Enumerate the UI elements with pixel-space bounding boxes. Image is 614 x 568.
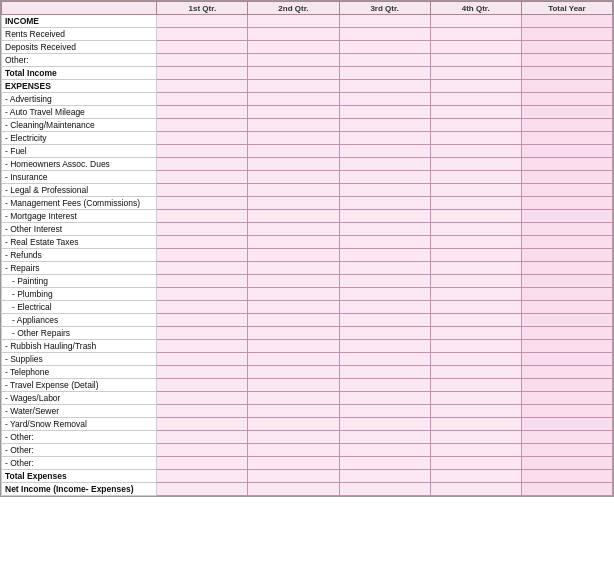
data-cell-q4[interactable] xyxy=(430,41,521,54)
data-cell-q2[interactable] xyxy=(248,444,339,457)
data-cell-q2[interactable] xyxy=(248,457,339,470)
data-cell-q2[interactable] xyxy=(248,15,339,28)
data-cell-q4[interactable] xyxy=(430,132,521,145)
data-cell-q3[interactable] xyxy=(339,457,430,470)
data-cell-q3[interactable] xyxy=(339,418,430,431)
data-cell-q2[interactable] xyxy=(248,301,339,314)
data-cell-q3[interactable] xyxy=(339,288,430,301)
data-cell-q1[interactable] xyxy=(157,158,248,171)
data-cell-q1[interactable] xyxy=(157,106,248,119)
data-cell-q1[interactable] xyxy=(157,327,248,340)
data-cell-q4[interactable] xyxy=(430,145,521,158)
data-cell-q1[interactable] xyxy=(157,275,248,288)
data-cell-q2[interactable] xyxy=(248,366,339,379)
data-cell-q3[interactable] xyxy=(339,41,430,54)
data-cell-q1[interactable] xyxy=(157,210,248,223)
data-cell-q2[interactable] xyxy=(248,288,339,301)
data-cell-q3[interactable] xyxy=(339,197,430,210)
data-cell-q4[interactable] xyxy=(430,431,521,444)
data-cell-q2[interactable] xyxy=(248,340,339,353)
data-cell-q3[interactable] xyxy=(339,301,430,314)
data-cell-q1[interactable] xyxy=(157,457,248,470)
data-cell-q3[interactable] xyxy=(339,262,430,275)
data-cell-q3[interactable] xyxy=(339,431,430,444)
data-cell-q3[interactable] xyxy=(339,340,430,353)
data-cell-q1[interactable] xyxy=(157,392,248,405)
data-cell-q4[interactable] xyxy=(430,418,521,431)
data-cell-q2[interactable] xyxy=(248,132,339,145)
data-cell-q1[interactable] xyxy=(157,145,248,158)
data-cell-q3[interactable] xyxy=(339,353,430,366)
data-cell-q2[interactable] xyxy=(248,379,339,392)
data-cell-q1[interactable] xyxy=(157,301,248,314)
data-cell-q1[interactable] xyxy=(157,80,248,93)
data-cell-q4[interactable] xyxy=(430,262,521,275)
data-cell-q2[interactable] xyxy=(248,28,339,41)
data-cell-q4[interactable] xyxy=(430,470,521,483)
data-cell-q2[interactable] xyxy=(248,483,339,496)
data-cell-q3[interactable] xyxy=(339,405,430,418)
data-cell-q3[interactable] xyxy=(339,366,430,379)
data-cell-q3[interactable] xyxy=(339,470,430,483)
data-cell-q1[interactable] xyxy=(157,197,248,210)
data-cell-q1[interactable] xyxy=(157,67,248,80)
data-cell-q3[interactable] xyxy=(339,444,430,457)
data-cell-q4[interactable] xyxy=(430,236,521,249)
data-cell-q2[interactable] xyxy=(248,106,339,119)
data-cell-q2[interactable] xyxy=(248,314,339,327)
data-cell-q3[interactable] xyxy=(339,54,430,67)
data-cell-q1[interactable] xyxy=(157,93,248,106)
data-cell-q3[interactable] xyxy=(339,236,430,249)
data-cell-q2[interactable] xyxy=(248,171,339,184)
data-cell-q4[interactable] xyxy=(430,197,521,210)
data-cell-q3[interactable] xyxy=(339,223,430,236)
data-cell-q3[interactable] xyxy=(339,15,430,28)
data-cell-q1[interactable] xyxy=(157,262,248,275)
data-cell-q4[interactable] xyxy=(430,405,521,418)
data-cell-q4[interactable] xyxy=(430,184,521,197)
data-cell-q4[interactable] xyxy=(430,301,521,314)
data-cell-q2[interactable] xyxy=(248,67,339,80)
data-cell-q1[interactable] xyxy=(157,184,248,197)
data-cell-q3[interactable] xyxy=(339,249,430,262)
data-cell-q4[interactable] xyxy=(430,275,521,288)
data-cell-q2[interactable] xyxy=(248,327,339,340)
data-cell-q4[interactable] xyxy=(430,106,521,119)
data-cell-q4[interactable] xyxy=(430,457,521,470)
data-cell-q3[interactable] xyxy=(339,171,430,184)
data-cell-q1[interactable] xyxy=(157,353,248,366)
data-cell-q1[interactable] xyxy=(157,132,248,145)
data-cell-q1[interactable] xyxy=(157,223,248,236)
data-cell-q4[interactable] xyxy=(430,28,521,41)
data-cell-q3[interactable] xyxy=(339,275,430,288)
data-cell-q3[interactable] xyxy=(339,184,430,197)
data-cell-q2[interactable] xyxy=(248,119,339,132)
data-cell-q4[interactable] xyxy=(430,340,521,353)
data-cell-q1[interactable] xyxy=(157,54,248,67)
data-cell-q1[interactable] xyxy=(157,340,248,353)
data-cell-q2[interactable] xyxy=(248,158,339,171)
data-cell-q2[interactable] xyxy=(248,418,339,431)
data-cell-q2[interactable] xyxy=(248,236,339,249)
data-cell-q1[interactable] xyxy=(157,41,248,54)
data-cell-q3[interactable] xyxy=(339,145,430,158)
data-cell-q1[interactable] xyxy=(157,249,248,262)
data-cell-q3[interactable] xyxy=(339,327,430,340)
data-cell-q4[interactable] xyxy=(430,171,521,184)
data-cell-q3[interactable] xyxy=(339,93,430,106)
data-cell-q3[interactable] xyxy=(339,28,430,41)
data-cell-q3[interactable] xyxy=(339,392,430,405)
data-cell-q4[interactable] xyxy=(430,288,521,301)
data-cell-q2[interactable] xyxy=(248,41,339,54)
data-cell-q2[interactable] xyxy=(248,80,339,93)
data-cell-q2[interactable] xyxy=(248,470,339,483)
data-cell-q3[interactable] xyxy=(339,106,430,119)
data-cell-q2[interactable] xyxy=(248,431,339,444)
data-cell-q2[interactable] xyxy=(248,210,339,223)
data-cell-q2[interactable] xyxy=(248,54,339,67)
data-cell-q1[interactable] xyxy=(157,379,248,392)
data-cell-q1[interactable] xyxy=(157,171,248,184)
data-cell-q2[interactable] xyxy=(248,145,339,158)
data-cell-q4[interactable] xyxy=(430,327,521,340)
data-cell-q1[interactable] xyxy=(157,470,248,483)
